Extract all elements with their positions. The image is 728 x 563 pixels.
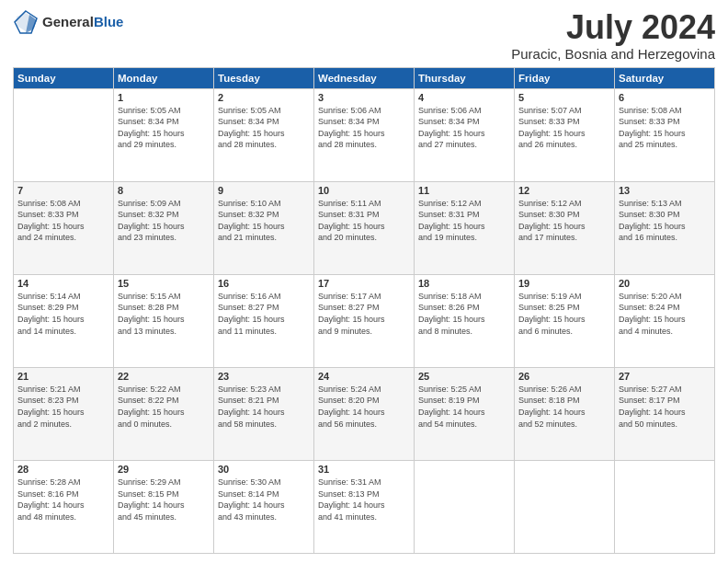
- day-number: 19: [518, 278, 610, 289]
- day-number: 28: [17, 464, 109, 475]
- day-number: 16: [218, 278, 310, 289]
- day-info: Sunrise: 5:21 AM Sunset: 8:23 PM Dayligh…: [17, 384, 109, 430]
- table-row: 31Sunrise: 5:31 AM Sunset: 8:13 PM Dayli…: [314, 460, 415, 553]
- day-info: Sunrise: 5:19 AM Sunset: 8:25 PM Dayligh…: [518, 291, 610, 337]
- day-number: 2: [218, 92, 310, 103]
- day-info: Sunrise: 5:15 AM Sunset: 8:28 PM Dayligh…: [118, 291, 210, 337]
- table-row: 23Sunrise: 5:23 AM Sunset: 8:21 PM Dayli…: [214, 367, 314, 460]
- day-info: Sunrise: 5:08 AM Sunset: 8:33 PM Dayligh…: [619, 105, 711, 151]
- day-info: Sunrise: 5:16 AM Sunset: 8:27 PM Dayligh…: [218, 291, 310, 337]
- day-info: Sunrise: 5:10 AM Sunset: 8:32 PM Dayligh…: [218, 198, 310, 244]
- table-row: 7Sunrise: 5:08 AM Sunset: 8:33 PM Daylig…: [14, 181, 114, 274]
- day-info: Sunrise: 5:06 AM Sunset: 8:34 PM Dayligh…: [318, 105, 410, 151]
- table-row: [615, 460, 715, 553]
- table-row: 21Sunrise: 5:21 AM Sunset: 8:23 PM Dayli…: [14, 367, 114, 460]
- day-info: Sunrise: 5:23 AM Sunset: 8:21 PM Dayligh…: [218, 384, 310, 430]
- day-number: 11: [418, 185, 510, 196]
- calendar-week-row: 7Sunrise: 5:08 AM Sunset: 8:33 PM Daylig…: [14, 181, 715, 274]
- day-info: Sunrise: 5:05 AM Sunset: 8:34 PM Dayligh…: [218, 105, 310, 151]
- day-info: Sunrise: 5:09 AM Sunset: 8:32 PM Dayligh…: [118, 198, 210, 244]
- table-row: 30Sunrise: 5:30 AM Sunset: 8:14 PM Dayli…: [214, 460, 314, 553]
- day-number: 3: [318, 92, 410, 103]
- day-info: Sunrise: 5:18 AM Sunset: 8:26 PM Dayligh…: [418, 291, 510, 337]
- day-number: 13: [619, 185, 711, 196]
- day-info: Sunrise: 5:13 AM Sunset: 8:30 PM Dayligh…: [619, 198, 711, 244]
- header: GeneralBlue July 2024 Puracic, Bosnia an…: [13, 9, 715, 62]
- table-row: 6Sunrise: 5:08 AM Sunset: 8:33 PM Daylig…: [615, 88, 715, 181]
- day-info: Sunrise: 5:24 AM Sunset: 8:20 PM Dayligh…: [318, 384, 410, 430]
- day-info: Sunrise: 5:17 AM Sunset: 8:27 PM Dayligh…: [318, 291, 410, 337]
- day-info: Sunrise: 5:27 AM Sunset: 8:17 PM Dayligh…: [619, 384, 711, 430]
- table-row: 29Sunrise: 5:29 AM Sunset: 8:15 PM Dayli…: [114, 460, 214, 553]
- table-row: [515, 460, 615, 553]
- day-number: 12: [518, 185, 610, 196]
- day-number: 31: [318, 464, 410, 475]
- location-title: Puracic, Bosnia and Herzegovina: [511, 46, 715, 62]
- col-wednesday: Wednesday: [314, 67, 415, 88]
- logo: GeneralBlue: [13, 9, 123, 35]
- table-row: 11Sunrise: 5:12 AM Sunset: 8:31 PM Dayli…: [415, 181, 515, 274]
- col-tuesday: Tuesday: [214, 67, 314, 88]
- page: GeneralBlue July 2024 Puracic, Bosnia an…: [0, 0, 728, 563]
- day-number: 26: [518, 371, 610, 382]
- day-info: Sunrise: 5:12 AM Sunset: 8:30 PM Dayligh…: [518, 198, 610, 244]
- table-row: 24Sunrise: 5:24 AM Sunset: 8:20 PM Dayli…: [314, 367, 415, 460]
- day-number: 6: [619, 92, 711, 103]
- calendar-table: Sunday Monday Tuesday Wednesday Thursday…: [13, 67, 715, 554]
- table-row: 4Sunrise: 5:06 AM Sunset: 8:34 PM Daylig…: [415, 88, 515, 181]
- table-row: 14Sunrise: 5:14 AM Sunset: 8:29 PM Dayli…: [14, 274, 114, 367]
- day-info: Sunrise: 5:22 AM Sunset: 8:22 PM Dayligh…: [118, 384, 210, 430]
- table-row: 28Sunrise: 5:28 AM Sunset: 8:16 PM Dayli…: [14, 460, 114, 553]
- calendar-week-row: 28Sunrise: 5:28 AM Sunset: 8:16 PM Dayli…: [14, 460, 715, 553]
- day-info: Sunrise: 5:20 AM Sunset: 8:24 PM Dayligh…: [619, 291, 711, 337]
- day-info: Sunrise: 5:25 AM Sunset: 8:19 PM Dayligh…: [418, 384, 510, 430]
- day-info: Sunrise: 5:07 AM Sunset: 8:33 PM Dayligh…: [518, 105, 610, 151]
- table-row: 25Sunrise: 5:25 AM Sunset: 8:19 PM Dayli…: [415, 367, 515, 460]
- table-row: 12Sunrise: 5:12 AM Sunset: 8:30 PM Dayli…: [515, 181, 615, 274]
- col-thursday: Thursday: [415, 67, 515, 88]
- day-info: Sunrise: 5:26 AM Sunset: 8:18 PM Dayligh…: [518, 384, 610, 430]
- logo-text: GeneralBlue: [42, 14, 123, 30]
- day-number: 29: [118, 464, 210, 475]
- table-row: 20Sunrise: 5:20 AM Sunset: 8:24 PM Dayli…: [615, 274, 715, 367]
- table-row: 1Sunrise: 5:05 AM Sunset: 8:34 PM Daylig…: [114, 88, 214, 181]
- day-number: 4: [418, 92, 510, 103]
- day-info: Sunrise: 5:12 AM Sunset: 8:31 PM Dayligh…: [418, 198, 510, 244]
- day-info: Sunrise: 5:06 AM Sunset: 8:34 PM Dayligh…: [418, 105, 510, 151]
- table-row: 19Sunrise: 5:19 AM Sunset: 8:25 PM Dayli…: [515, 274, 615, 367]
- day-info: Sunrise: 5:29 AM Sunset: 8:15 PM Dayligh…: [118, 477, 210, 523]
- col-saturday: Saturday: [615, 67, 715, 88]
- calendar-header-row: Sunday Monday Tuesday Wednesday Thursday…: [14, 67, 715, 88]
- table-row: 2Sunrise: 5:05 AM Sunset: 8:34 PM Daylig…: [214, 88, 314, 181]
- table-row: 5Sunrise: 5:07 AM Sunset: 8:33 PM Daylig…: [515, 88, 615, 181]
- calendar-week-row: 1Sunrise: 5:05 AM Sunset: 8:34 PM Daylig…: [14, 88, 715, 181]
- day-info: Sunrise: 5:08 AM Sunset: 8:33 PM Dayligh…: [17, 198, 109, 244]
- table-row: 27Sunrise: 5:27 AM Sunset: 8:17 PM Dayli…: [615, 367, 715, 460]
- table-row: 10Sunrise: 5:11 AM Sunset: 8:31 PM Dayli…: [314, 181, 415, 274]
- day-number: 1: [118, 92, 210, 103]
- day-info: Sunrise: 5:11 AM Sunset: 8:31 PM Dayligh…: [318, 198, 410, 244]
- day-info: Sunrise: 5:31 AM Sunset: 8:13 PM Dayligh…: [318, 477, 410, 523]
- calendar-week-row: 14Sunrise: 5:14 AM Sunset: 8:29 PM Dayli…: [14, 274, 715, 367]
- table-row: 8Sunrise: 5:09 AM Sunset: 8:32 PM Daylig…: [114, 181, 214, 274]
- day-number: 14: [17, 278, 109, 289]
- day-number: 10: [318, 185, 410, 196]
- table-row: 26Sunrise: 5:26 AM Sunset: 8:18 PM Dayli…: [515, 367, 615, 460]
- day-number: 18: [418, 278, 510, 289]
- day-number: 30: [218, 464, 310, 475]
- table-row: 22Sunrise: 5:22 AM Sunset: 8:22 PM Dayli…: [114, 367, 214, 460]
- day-number: 24: [318, 371, 410, 382]
- table-row: 15Sunrise: 5:15 AM Sunset: 8:28 PM Dayli…: [114, 274, 214, 367]
- table-row: 9Sunrise: 5:10 AM Sunset: 8:32 PM Daylig…: [214, 181, 314, 274]
- table-row: 13Sunrise: 5:13 AM Sunset: 8:30 PM Dayli…: [615, 181, 715, 274]
- day-number: 17: [318, 278, 410, 289]
- day-info: Sunrise: 5:14 AM Sunset: 8:29 PM Dayligh…: [17, 291, 109, 337]
- table-row: 3Sunrise: 5:06 AM Sunset: 8:34 PM Daylig…: [314, 88, 415, 181]
- day-number: 23: [218, 371, 310, 382]
- title-block: July 2024 Puracic, Bosnia and Herzegovin…: [511, 9, 715, 62]
- day-info: Sunrise: 5:30 AM Sunset: 8:14 PM Dayligh…: [218, 477, 310, 523]
- table-row: 16Sunrise: 5:16 AM Sunset: 8:27 PM Dayli…: [214, 274, 314, 367]
- day-number: 15: [118, 278, 210, 289]
- day-info: Sunrise: 5:05 AM Sunset: 8:34 PM Dayligh…: [118, 105, 210, 151]
- col-monday: Monday: [114, 67, 214, 88]
